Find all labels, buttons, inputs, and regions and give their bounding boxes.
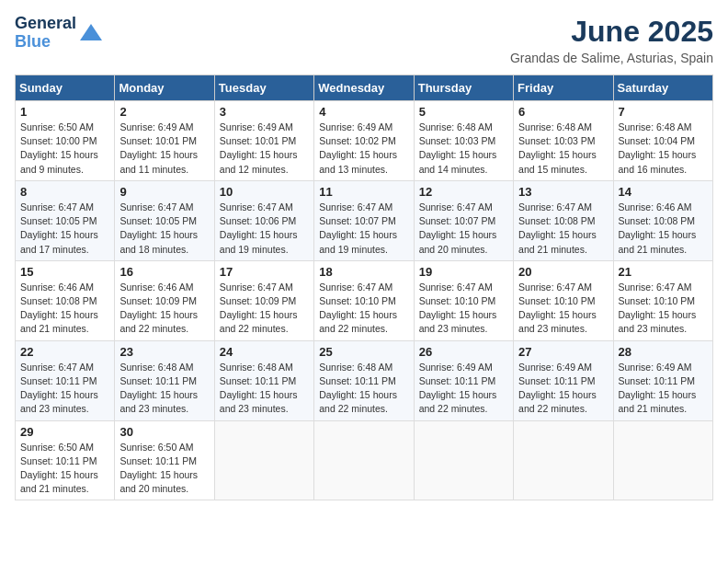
calendar-day-cell: 6Sunrise: 6:48 AMSunset: 10:03 PMDayligh… — [514, 101, 613, 181]
page-header: GeneralBlue June 2025 Grandas de Salime,… — [15, 15, 713, 65]
calendar-day-cell: 25Sunrise: 6:48 AMSunset: 10:11 PMDaylig… — [314, 340, 414, 420]
calendar-week-row: 15Sunrise: 6:46 AMSunset: 10:08 PMDaylig… — [16, 260, 713, 340]
day-info: Sunrise: 6:49 AMSunset: 10:01 PMDaylight… — [220, 121, 309, 177]
day-info: Sunrise: 6:48 AMSunset: 10:11 PMDaylight… — [319, 361, 408, 417]
day-number: 19 — [419, 265, 508, 279]
calendar-day-cell: 13Sunrise: 6:47 AMSunset: 10:08 PMDaylig… — [514, 180, 613, 260]
calendar-header-day: Tuesday — [214, 75, 313, 101]
calendar-week-row: 22Sunrise: 6:47 AMSunset: 10:11 PMDaylig… — [16, 340, 713, 420]
day-number: 24 — [220, 345, 309, 359]
calendar-day-cell: 18Sunrise: 6:47 AMSunset: 10:10 PMDaylig… — [314, 260, 414, 340]
day-info: Sunrise: 6:49 AMSunset: 10:11 PMDaylight… — [419, 361, 508, 417]
calendar-week-row: 8Sunrise: 6:47 AMSunset: 10:05 PMDayligh… — [16, 180, 713, 260]
calendar-day-cell: 26Sunrise: 6:49 AMSunset: 10:11 PMDaylig… — [414, 340, 513, 420]
calendar-header-day: Wednesday — [314, 75, 414, 101]
day-info: Sunrise: 6:47 AMSunset: 10:07 PMDaylight… — [319, 201, 408, 257]
calendar-day-cell: 7Sunrise: 6:48 AMSunset: 10:04 PMDayligh… — [613, 101, 712, 181]
calendar-day-cell: 17Sunrise: 6:47 AMSunset: 10:09 PMDaylig… — [214, 260, 313, 340]
calendar-day-cell — [214, 420, 313, 500]
day-number: 21 — [619, 265, 708, 279]
calendar-day-cell: 4Sunrise: 6:49 AMSunset: 10:02 PMDayligh… — [314, 101, 414, 181]
calendar-day-cell: 12Sunrise: 6:47 AMSunset: 10:07 PMDaylig… — [414, 180, 513, 260]
day-number: 8 — [20, 185, 109, 199]
day-info: Sunrise: 6:50 AMSunset: 10:00 PMDaylight… — [20, 121, 109, 177]
logo-blue: Blue — [15, 32, 51, 51]
day-info: Sunrise: 6:46 AMSunset: 10:08 PMDaylight… — [20, 281, 109, 337]
calendar-day-cell: 23Sunrise: 6:48 AMSunset: 10:11 PMDaylig… — [115, 340, 214, 420]
calendar-day-cell: 14Sunrise: 6:46 AMSunset: 10:08 PMDaylig… — [613, 180, 712, 260]
day-number: 13 — [518, 185, 608, 199]
day-number: 11 — [319, 185, 408, 199]
day-number: 18 — [319, 265, 408, 279]
calendar-day-cell: 27Sunrise: 6:49 AMSunset: 10:11 PMDaylig… — [514, 340, 613, 420]
calendar-day-cell: 8Sunrise: 6:47 AMSunset: 10:05 PMDayligh… — [16, 180, 115, 260]
day-info: Sunrise: 6:48 AMSunset: 10:11 PMDaylight… — [220, 361, 309, 417]
calendar-day-cell — [514, 420, 613, 500]
day-number: 22 — [20, 345, 109, 359]
day-info: Sunrise: 6:46 AMSunset: 10:09 PMDaylight… — [119, 281, 209, 337]
calendar-header-day: Saturday — [613, 75, 712, 101]
day-number: 1 — [20, 105, 109, 119]
day-number: 29 — [20, 425, 109, 439]
day-info: Sunrise: 6:48 AMSunset: 10:11 PMDaylight… — [119, 361, 209, 417]
day-info: Sunrise: 6:48 AMSunset: 10:03 PMDaylight… — [419, 121, 508, 177]
calendar-header-day: Sunday — [16, 75, 115, 101]
day-number: 30 — [119, 425, 209, 439]
calendar-day-cell: 5Sunrise: 6:48 AMSunset: 10:03 PMDayligh… — [414, 101, 513, 181]
calendar-day-cell: 30Sunrise: 6:50 AMSunset: 10:11 PMDaylig… — [115, 420, 214, 500]
calendar-day-cell: 22Sunrise: 6:47 AMSunset: 10:11 PMDaylig… — [16, 340, 115, 420]
day-info: Sunrise: 6:47 AMSunset: 10:09 PMDaylight… — [220, 281, 309, 337]
day-info: Sunrise: 6:47 AMSunset: 10:11 PMDaylight… — [20, 361, 109, 417]
calendar-day-cell: 19Sunrise: 6:47 AMSunset: 10:10 PMDaylig… — [414, 260, 513, 340]
calendar-day-cell — [414, 420, 513, 500]
day-info: Sunrise: 6:47 AMSunset: 10:10 PMDaylight… — [319, 281, 408, 337]
day-info: Sunrise: 6:47 AMSunset: 10:10 PMDaylight… — [619, 281, 708, 337]
calendar-day-cell: 20Sunrise: 6:47 AMSunset: 10:10 PMDaylig… — [514, 260, 613, 340]
day-info: Sunrise: 6:49 AMSunset: 10:02 PMDaylight… — [319, 121, 408, 177]
logo-icon — [78, 20, 104, 46]
logo-text: GeneralBlue — [15, 15, 76, 52]
subtitle: Grandas de Salime, Asturias, Spain — [510, 51, 713, 65]
main-title: June 2025 — [510, 15, 713, 49]
calendar-day-cell: 16Sunrise: 6:46 AMSunset: 10:09 PMDaylig… — [115, 260, 214, 340]
calendar-day-cell: 29Sunrise: 6:50 AMSunset: 10:11 PMDaylig… — [16, 420, 115, 500]
calendar-week-row: 1Sunrise: 6:50 AMSunset: 10:00 PMDayligh… — [16, 101, 713, 181]
title-area: June 2025 Grandas de Salime, Asturias, S… — [510, 15, 713, 65]
day-number: 6 — [518, 105, 608, 119]
day-info: Sunrise: 6:47 AMSunset: 10:07 PMDaylight… — [419, 201, 508, 257]
calendar-table: SundayMondayTuesdayWednesdayThursdayFrid… — [15, 75, 713, 500]
calendar-day-cell: 24Sunrise: 6:48 AMSunset: 10:11 PMDaylig… — [214, 340, 313, 420]
day-number: 12 — [419, 185, 508, 199]
calendar-day-cell: 9Sunrise: 6:47 AMSunset: 10:05 PMDayligh… — [115, 180, 214, 260]
day-number: 10 — [220, 185, 309, 199]
day-number: 3 — [220, 105, 309, 119]
calendar-day-cell: 1Sunrise: 6:50 AMSunset: 10:00 PMDayligh… — [16, 101, 115, 181]
day-number: 28 — [619, 345, 708, 359]
calendar-day-cell: 10Sunrise: 6:47 AMSunset: 10:06 PMDaylig… — [214, 180, 313, 260]
calendar-day-cell: 28Sunrise: 6:49 AMSunset: 10:11 PMDaylig… — [613, 340, 712, 420]
calendar-header-day: Thursday — [414, 75, 513, 101]
day-number: 9 — [119, 185, 209, 199]
logo: GeneralBlue — [15, 15, 104, 52]
calendar-day-cell: 2Sunrise: 6:49 AMSunset: 10:01 PMDayligh… — [115, 101, 214, 181]
day-info: Sunrise: 6:47 AMSunset: 10:10 PMDaylight… — [419, 281, 508, 337]
day-info: Sunrise: 6:48 AMSunset: 10:03 PMDaylight… — [518, 121, 608, 177]
calendar-day-cell: 11Sunrise: 6:47 AMSunset: 10:07 PMDaylig… — [314, 180, 414, 260]
day-info: Sunrise: 6:49 AMSunset: 10:01 PMDaylight… — [119, 121, 209, 177]
day-info: Sunrise: 6:49 AMSunset: 10:11 PMDaylight… — [518, 361, 608, 417]
day-number: 16 — [119, 265, 209, 279]
calendar-day-cell: 21Sunrise: 6:47 AMSunset: 10:10 PMDaylig… — [613, 260, 712, 340]
day-number: 2 — [119, 105, 209, 119]
day-info: Sunrise: 6:48 AMSunset: 10:04 PMDaylight… — [619, 121, 708, 177]
day-info: Sunrise: 6:46 AMSunset: 10:08 PMDaylight… — [619, 201, 708, 257]
day-number: 20 — [518, 265, 608, 279]
day-number: 27 — [518, 345, 608, 359]
day-info: Sunrise: 6:47 AMSunset: 10:06 PMDaylight… — [220, 201, 309, 257]
day-info: Sunrise: 6:47 AMSunset: 10:10 PMDaylight… — [518, 281, 608, 337]
svg-marker-0 — [80, 24, 102, 40]
day-number: 7 — [619, 105, 708, 119]
day-number: 5 — [419, 105, 508, 119]
day-number: 4 — [319, 105, 408, 119]
day-info: Sunrise: 6:50 AMSunset: 10:11 PMDaylight… — [119, 441, 209, 497]
day-info: Sunrise: 6:47 AMSunset: 10:05 PMDaylight… — [119, 201, 209, 257]
